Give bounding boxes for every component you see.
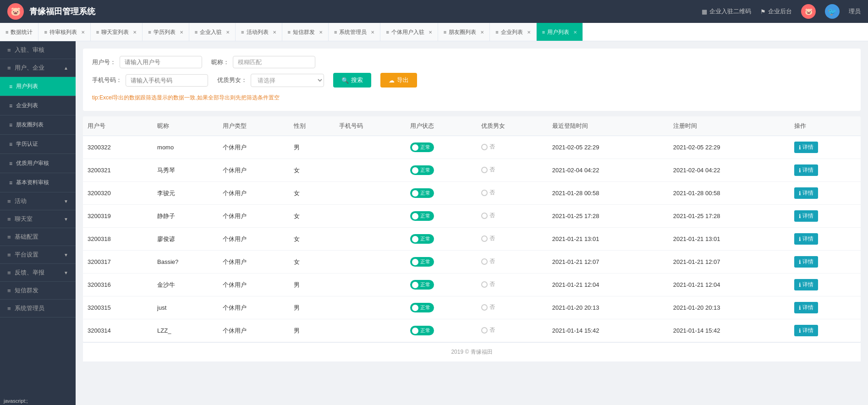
sidebar-section-basic-config[interactable]: ≡ 基础配置 — [0, 228, 76, 246]
tab-sys-admin[interactable]: ≡ 系统管理员 ✕ — [329, 23, 380, 41]
detail-button-6[interactable]: ℹ 详情 — [794, 279, 818, 290]
tab-close-sysadmin[interactable]: ✕ — [371, 30, 374, 35]
status-toggle-7[interactable]: 正常 — [410, 303, 434, 312]
tab-activity[interactable]: ≡ 活动列表 ✕ — [236, 23, 282, 41]
tab-close-friend[interactable]: ✕ — [480, 30, 484, 35]
select-quality[interactable]: 请选择 是 否 — [251, 74, 324, 87]
cell-nickname-8: LZZ_ — [153, 319, 218, 342]
toggle-dot-0 — [412, 144, 418, 151]
detail-button-1[interactable]: ℹ 详情 — [794, 164, 818, 176]
th-user-type: 用户类型 — [218, 116, 289, 136]
tab-friend-circle[interactable]: ≡ 朋友圈列表 ✕ — [438, 23, 490, 41]
tab-personal-entry[interactable]: ≡ 个体用户入驻 ✕ — [380, 23, 438, 41]
sidebar-icon-company-list: ≡ — [9, 103, 12, 109]
sidebar-item-basic-review[interactable]: ≡ 基本资料审核 — [0, 173, 76, 192]
detail-button-7[interactable]: ℹ 详情 — [794, 302, 818, 313]
sidebar-icon-chat: ≡ — [7, 216, 11, 223]
sidebar-icon-activity: ≡ — [7, 198, 11, 205]
status-toggle-0[interactable]: 正常 — [410, 142, 434, 152]
tab-close-company[interactable]: ✕ — [527, 30, 531, 35]
search-button[interactable]: 🔍 搜索 — [333, 73, 371, 88]
status-toggle-1[interactable]: 正常 — [410, 165, 434, 175]
cell-type-5: 个休用户 — [218, 251, 289, 274]
status-toggle-8[interactable]: 正常 — [410, 326, 434, 335]
sidebar-item-edu-cert[interactable]: ≡ 学历认证 — [0, 135, 76, 154]
tab-close-personal[interactable]: ✕ — [429, 30, 432, 35]
sidebar-label-quality: 优质用户审核 — [16, 159, 49, 167]
status-toggle-4[interactable]: 正常 — [410, 234, 434, 244]
tab-company-list[interactable]: ≡ 企业列表 ✕ — [490, 23, 536, 41]
toggle-dot-2 — [412, 190, 418, 197]
sidebar-label-basic: 基本资料审核 — [16, 179, 49, 186]
detail-button-3[interactable]: ℹ 详情 — [794, 210, 818, 222]
tab-edu-history[interactable]: ≡ 学历列表 ✕ — [143, 23, 189, 41]
qrcode-link[interactable]: ▦ 企业入驻二维码 — [702, 7, 751, 16]
info-icon-2: ℹ — [799, 190, 801, 197]
sidebar-item-user-list[interactable]: ≡ 用户列表 — [0, 77, 76, 96]
tab-close-enterprise[interactable]: ✕ — [226, 30, 230, 35]
export-button[interactable]: ☁ 导出 — [380, 73, 417, 88]
status-toggle-6[interactable]: 正常 — [410, 280, 434, 290]
tab-close-edu[interactable]: ✕ — [180, 30, 183, 35]
sidebar-icon-feedback: ≡ — [7, 269, 11, 276]
tab-close-userlist[interactable]: ✕ — [573, 30, 577, 35]
sidebar-item-company-list[interactable]: ≡ 企业列表 — [0, 96, 76, 115]
cell-nickname-4: 廖俊谚 — [153, 228, 218, 251]
table-row: 3200322 momo 个休用户 男 正常 否 2021-02-05 22:2… — [83, 136, 861, 159]
detail-button-8[interactable]: ℹ 详情 — [794, 325, 818, 336]
sidebar-section-activity[interactable]: ≡ 活动 ▼ — [0, 192, 76, 210]
detail-button-2[interactable]: ℹ 详情 — [794, 187, 818, 199]
sidebar-section-feedback[interactable]: ≡ 反馈、举报 ▼ — [0, 264, 76, 282]
user-avatar[interactable]: 🐷 — [801, 4, 816, 19]
tab-chat-room[interactable]: ≡ 聊天室列表 ✕ — [91, 23, 143, 41]
sidebar-section-platform[interactable]: ≡ 平台设置 ▼ — [0, 246, 76, 264]
bird-icon[interactable]: 🐦 — [825, 4, 840, 19]
bird-symbol: 🐦 — [828, 7, 837, 16]
input-nickname[interactable] — [233, 56, 315, 68]
sidebar-icon-user-list: ≡ — [9, 83, 12, 90]
th-user-id: 用户号 — [83, 116, 153, 136]
status-toggle-5[interactable]: 正常 — [410, 257, 434, 267]
sidebar-label-user: 用户、企业 — [15, 64, 44, 72]
table-row: 3200320 李骏元 个休用户 女 正常 否 2021-01-28 00:58… — [83, 182, 861, 205]
tab-close-pending[interactable]: ✕ — [81, 30, 85, 35]
tab-close-activity[interactable]: ✕ — [273, 30, 276, 35]
tab-enterprise-entry[interactable]: ≡ 企业入驻 ✕ — [189, 23, 236, 41]
detail-button-0[interactable]: ℹ 详情 — [794, 142, 818, 153]
cell-gender-6: 男 — [289, 274, 335, 296]
detail-button-4[interactable]: ℹ 详情 — [794, 233, 818, 245]
label-phone: 手机号码： — [92, 76, 122, 84]
logo-icon: 🐷 — [7, 3, 24, 20]
sidebar-item-friend-circle[interactable]: ≡ 朋友圈列表 — [0, 115, 76, 135]
tab-close-chat[interactable]: ✕ — [133, 30, 137, 35]
sidebar-section-chat[interactable]: ≡ 聊天室 ▼ — [0, 210, 76, 228]
label-nickname: 昵称： — [211, 58, 229, 66]
cell-status-4: 正常 — [406, 228, 477, 251]
status-toggle-2[interactable]: 正常 — [410, 188, 434, 198]
sidebar-item-quality-review[interactable]: ≡ 优质用户审核 — [0, 154, 76, 173]
tab-data-stats[interactable]: ≡ 数据统计 — [0, 23, 38, 41]
quality-radio-3: 否 — [481, 212, 495, 219]
tab-close-sms[interactable]: ✕ — [319, 30, 323, 35]
info-icon-7: ℹ — [799, 305, 801, 311]
tab-user-list[interactable]: ≡ 用户列表 ✕ — [537, 23, 583, 41]
table-row: 3200318 廖俊谚 个休用户 女 正常 否 2021-01-21 13:01… — [83, 228, 861, 251]
cell-quality-2: 否 — [477, 182, 548, 205]
logo-emoji: 🐷 — [11, 6, 21, 16]
sidebar-section-sms[interactable]: ≡ 短信群发 — [0, 282, 76, 300]
cell-quality-6: 否 — [477, 274, 548, 296]
status-toggle-3[interactable]: 正常 — [410, 211, 434, 221]
form-row-1: 用户号： 昵称： — [92, 56, 852, 68]
th-status: 用户状态 — [406, 116, 477, 136]
input-phone[interactable] — [126, 74, 208, 87]
detail-button-5[interactable]: ℹ 详情 — [794, 256, 818, 268]
tab-pending-review[interactable]: ≡ 待审核列表 ✕ — [38, 23, 90, 41]
input-user-id[interactable] — [120, 56, 202, 68]
sidebar-section-sysadmin[interactable]: ≡ 系统管理员 — [0, 300, 76, 317]
sidebar-section-entry[interactable]: ≡ 入驻、审核 — [0, 41, 76, 59]
sidebar-section-user[interactable]: ≡ 用户、企业 ▲ — [0, 59, 76, 77]
backend-link[interactable]: ⚑ 企业后台 — [760, 7, 792, 16]
tab-sms[interactable]: ≡ 短信群发 ✕ — [282, 23, 329, 41]
cell-nickname-0: momo — [153, 136, 218, 159]
radio-circle-2 — [481, 190, 488, 196]
